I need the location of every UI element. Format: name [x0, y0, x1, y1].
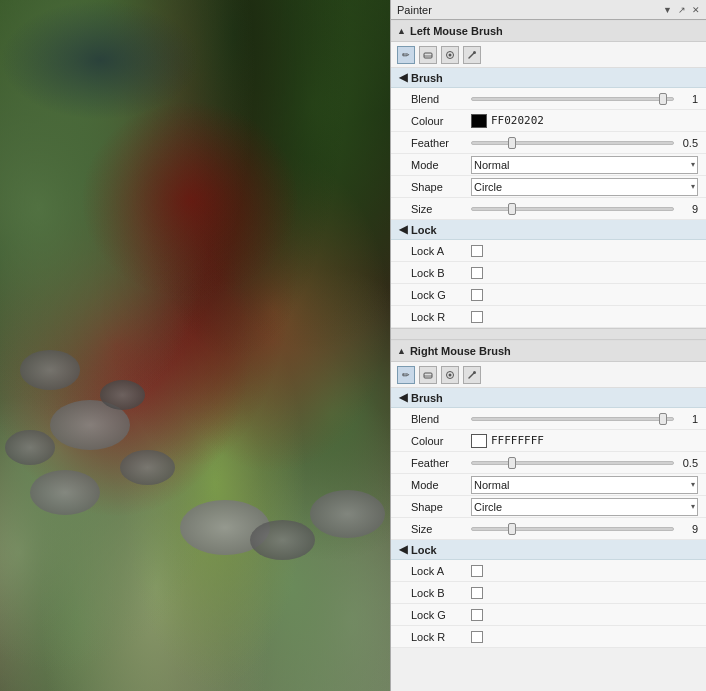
- left-colour-swatch[interactable]: [471, 114, 487, 128]
- left-lock-subsection[interactable]: ◀ Lock: [391, 220, 706, 240]
- left-colour-hex: FF020202: [491, 114, 544, 127]
- pin-icon[interactable]: ▼: [663, 5, 672, 15]
- right-brush-subsection[interactable]: ◀ Brush: [391, 388, 706, 408]
- right-size-control: 9: [471, 523, 698, 535]
- panel-title: Painter: [397, 4, 432, 16]
- left-size-slider[interactable]: [471, 207, 674, 211]
- right-brush-section-title: Right Mouse Brush: [410, 345, 511, 357]
- left-blend-slider[interactable]: [471, 97, 674, 101]
- right-blend-thumb[interactable]: [659, 413, 667, 425]
- left-lock-g-row: Lock G: [391, 284, 706, 306]
- right-mode-label: Mode: [411, 479, 471, 491]
- left-shape-control: Circle ▾: [471, 178, 698, 196]
- left-lock-b-checkbox[interactable]: [471, 267, 483, 279]
- right-mode-dropdown[interactable]: Normal ▾: [471, 476, 698, 494]
- right-shape-row: Shape Circle ▾: [391, 496, 706, 518]
- right-lock-b-row: Lock B: [391, 582, 706, 604]
- left-colour-label: Colour: [411, 115, 471, 127]
- left-mode-arrow: ▾: [691, 160, 695, 169]
- right-blend-slider[interactable]: [471, 417, 674, 421]
- left-lock-g-checkbox[interactable]: [471, 289, 483, 301]
- right-size-thumb[interactable]: [508, 523, 516, 535]
- left-lock-r-row: Lock R: [391, 306, 706, 328]
- left-mode-dropdown[interactable]: Normal ▾: [471, 156, 698, 174]
- left-dropper-tool[interactable]: [463, 46, 481, 64]
- left-pencil-tool[interactable]: ✏: [397, 46, 415, 64]
- right-colour-control: FFFFFFFF: [471, 434, 698, 448]
- left-feather-label: Feather: [411, 137, 471, 149]
- left-lock-b-control: [471, 267, 698, 279]
- left-lock-g-label: Lock G: [411, 289, 471, 301]
- right-shape-label: Shape: [411, 501, 471, 513]
- right-feather-slider[interactable]: [471, 461, 674, 465]
- left-brush-subsection[interactable]: ◀ Brush: [391, 68, 706, 88]
- right-size-value: 9: [678, 523, 698, 535]
- left-blend-value: 1: [678, 93, 698, 105]
- right-lock-g-label: Lock G: [411, 609, 471, 621]
- left-feather-row: Feather 0.5: [391, 132, 706, 154]
- left-lock-a-label: Lock A: [411, 245, 471, 257]
- left-blend-row: Blend 1: [391, 88, 706, 110]
- right-mode-control: Normal ▾: [471, 476, 698, 494]
- right-colour-swatch[interactable]: [471, 434, 487, 448]
- left-lock-arrow: ◀: [399, 223, 407, 236]
- left-lock-title: Lock: [411, 224, 437, 236]
- left-lock-a-checkbox[interactable]: [471, 245, 483, 257]
- right-lock-a-label: Lock A: [411, 565, 471, 577]
- left-feather-thumb[interactable]: [508, 137, 516, 149]
- right-lock-g-row: Lock G: [391, 604, 706, 626]
- right-blend-value: 1: [678, 413, 698, 425]
- left-lock-r-checkbox[interactable]: [471, 311, 483, 323]
- brush-separator: [391, 328, 706, 340]
- right-lock-r-checkbox[interactable]: [471, 631, 483, 643]
- svg-point-11: [473, 371, 476, 374]
- left-feather-slider[interactable]: [471, 141, 674, 145]
- water-overlay: [0, 0, 200, 120]
- right-lock-g-checkbox[interactable]: [471, 609, 483, 621]
- rock: [5, 430, 55, 465]
- left-hand-tool[interactable]: [441, 46, 459, 64]
- left-blend-thumb[interactable]: [659, 93, 667, 105]
- right-eraser-tool[interactable]: [419, 366, 437, 384]
- right-colour-row: Colour FFFFFFFF: [391, 430, 706, 452]
- painter-panel: Painter ▼ ↗ ✕ ▲ Left Mouse Brush ✏: [390, 0, 706, 691]
- right-lock-b-checkbox[interactable]: [471, 587, 483, 599]
- right-size-slider[interactable]: [471, 527, 674, 531]
- left-brush-section-header[interactable]: ▲ Left Mouse Brush: [391, 20, 706, 42]
- svg-rect-6: [424, 373, 432, 378]
- left-brush-tool-icons: ✏: [391, 42, 706, 68]
- rock: [310, 490, 385, 538]
- right-lock-b-label: Lock B: [411, 587, 471, 599]
- right-shape-dropdown[interactable]: Circle ▾: [471, 498, 698, 516]
- right-hand-tool[interactable]: [441, 366, 459, 384]
- right-colour-label: Colour: [411, 435, 471, 447]
- right-feather-thumb[interactable]: [508, 457, 516, 469]
- left-size-control: 9: [471, 203, 698, 215]
- svg-line-10: [469, 373, 474, 378]
- right-lock-r-label: Lock R: [411, 631, 471, 643]
- left-lock-b-row: Lock B: [391, 262, 706, 284]
- right-brush-tool-icons: ✏: [391, 362, 706, 388]
- right-pencil-tool[interactable]: ✏: [397, 366, 415, 384]
- right-lock-a-checkbox[interactable]: [471, 565, 483, 577]
- right-brush-section-header[interactable]: ▲ Right Mouse Brush: [391, 340, 706, 362]
- right-blend-label: Blend: [411, 413, 471, 425]
- right-lock-r-control: [471, 631, 698, 643]
- left-shape-dropdown[interactable]: Circle ▾: [471, 178, 698, 196]
- left-mode-control: Normal ▾: [471, 156, 698, 174]
- right-feather-value: 0.5: [678, 457, 698, 469]
- right-lock-subsection[interactable]: ◀ Lock: [391, 540, 706, 560]
- left-lock-a-row: Lock A: [391, 240, 706, 262]
- float-icon[interactable]: ↗: [678, 5, 686, 15]
- right-lock-a-control: [471, 565, 698, 577]
- close-icon[interactable]: ✕: [692, 5, 700, 15]
- right-lock-b-control: [471, 587, 698, 599]
- left-eraser-tool[interactable]: [419, 46, 437, 64]
- right-lock-a-row: Lock A: [391, 560, 706, 582]
- right-dropper-tool[interactable]: [463, 366, 481, 384]
- rock: [20, 350, 80, 390]
- left-colour-control: FF020202: [471, 114, 698, 128]
- rock: [120, 450, 175, 485]
- left-size-thumb[interactable]: [508, 203, 516, 215]
- rock: [100, 380, 145, 410]
